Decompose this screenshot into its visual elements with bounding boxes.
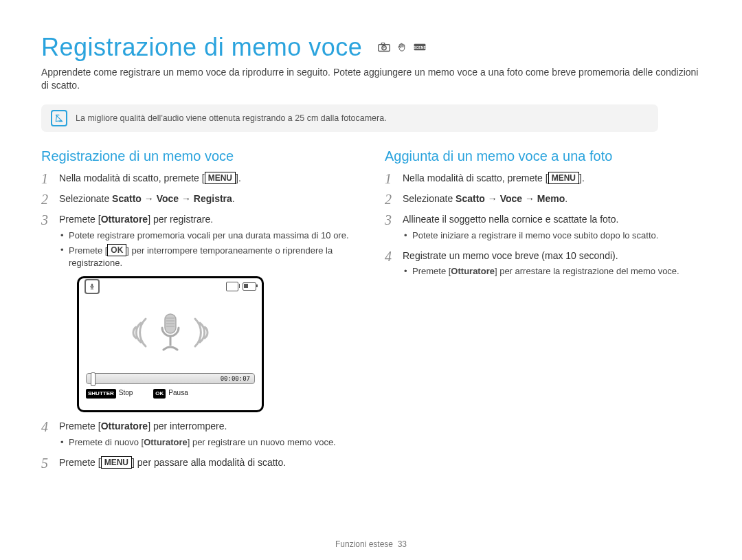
right-column: Aggiunta di un memo voce a una foto Nell…: [385, 148, 701, 476]
svg-text:SCENE: SCENE: [414, 46, 426, 49]
sound-wave-left-icon: [129, 312, 150, 353]
recording-time: 00:00:07: [221, 374, 250, 383]
memory-card-icon: [226, 282, 238, 291]
svg-rect-6: [91, 284, 93, 287]
sound-wave-right-icon: [191, 312, 212, 353]
mic-mode-icon: [85, 279, 100, 294]
right-step-4-sub: Premete [Otturatore] per arrestare la re…: [403, 265, 701, 278]
manual-page: Registrazione di memo voce P SCENE Appre…: [0, 0, 742, 560]
hint-stop: SHUTTERStop: [86, 388, 133, 399]
left-step-3-sub-2: Premete [OK] per interrompere temporanea…: [59, 244, 357, 269]
right-step-3-sub: Potete iniziare a registrare il memo voc…: [403, 229, 701, 242]
battery-icon: [243, 282, 256, 291]
footer-page-number: 33: [398, 539, 407, 549]
right-step-2: Selezionate Scatto → Voce → Memo.: [385, 192, 701, 205]
mic-graphic: [79, 295, 262, 370]
left-step-4: Premete [Otturatore] per interrompere. P…: [41, 419, 357, 448]
left-step-4-sub: Premete di nuovo [Otturatore] per regist…: [59, 436, 357, 449]
svg-text:P: P: [383, 47, 385, 49]
microphone-icon: [157, 313, 184, 352]
page-title: Registrazione di memo voce P SCENE: [41, 33, 701, 62]
left-step-3-sub-1: Potete registrare promemoria vocali per …: [59, 229, 357, 242]
progress-playhead: [91, 372, 95, 386]
left-step-3: Premete [Otturatore] per registrare. Pot…: [41, 212, 357, 412]
note-box: La migliore qualità dell'audio viene ott…: [41, 104, 658, 132]
left-step-2: Selezionate Scatto → Voce → Registra.: [41, 192, 357, 205]
intro-text: Apprendete come registrare un memo voce …: [41, 66, 701, 92]
menu-button-label: MENU: [101, 456, 132, 469]
svg-rect-2: [381, 43, 385, 45]
camera-mode-icon: P: [378, 42, 390, 52]
page-title-text: Registrazione di memo voce: [41, 33, 362, 61]
left-steps: Nella modalità di scatto, premete [MENU]…: [41, 171, 357, 469]
lcd-button-hints: SHUTTERStop OKPausa: [79, 384, 262, 399]
left-step-1: Nella modalità di scatto, premete [MENU]…: [41, 171, 357, 185]
menu-button-label: MENU: [548, 172, 579, 184]
recording-progress: 00:00:07: [86, 373, 255, 384]
scene-mode-icon: SCENE: [414, 42, 426, 52]
right-step-3: Allineate il soggetto nella cornice e sc…: [385, 212, 701, 241]
hand-mode-icon: [396, 42, 408, 52]
mode-icons: P SCENE: [378, 42, 426, 52]
note-icon: [51, 110, 67, 126]
menu-button-label: MENU: [205, 172, 236, 184]
note-text: La migliore qualità dell'audio viene ott…: [76, 113, 387, 123]
hint-pause: OKPausa: [153, 388, 188, 399]
columns: Registrazione di un memo voce Nella moda…: [41, 148, 701, 476]
right-step-4: Registrate un memo voce breve (max 10 se…: [385, 249, 701, 278]
footer-section: Funzioni estese: [335, 539, 393, 549]
left-column: Registrazione di un memo voce Nella moda…: [41, 148, 357, 476]
ok-button-label: OK: [107, 244, 126, 256]
left-step-5: Premete [MENU] per passare alla modalità…: [41, 456, 357, 469]
page-footer: Funzioni estese 33: [0, 539, 742, 549]
right-step-1: Nella modalità di scatto, premete [MENU]…: [385, 171, 701, 185]
left-heading: Registrazione di un memo voce: [41, 148, 357, 164]
right-steps: Nella modalità di scatto, premete [MENU]…: [385, 171, 701, 278]
right-heading: Aggiunta di un memo voce a una foto: [385, 148, 701, 164]
lcd-preview: 00:00:07 SHUTTERStop OKPausa: [77, 276, 264, 412]
